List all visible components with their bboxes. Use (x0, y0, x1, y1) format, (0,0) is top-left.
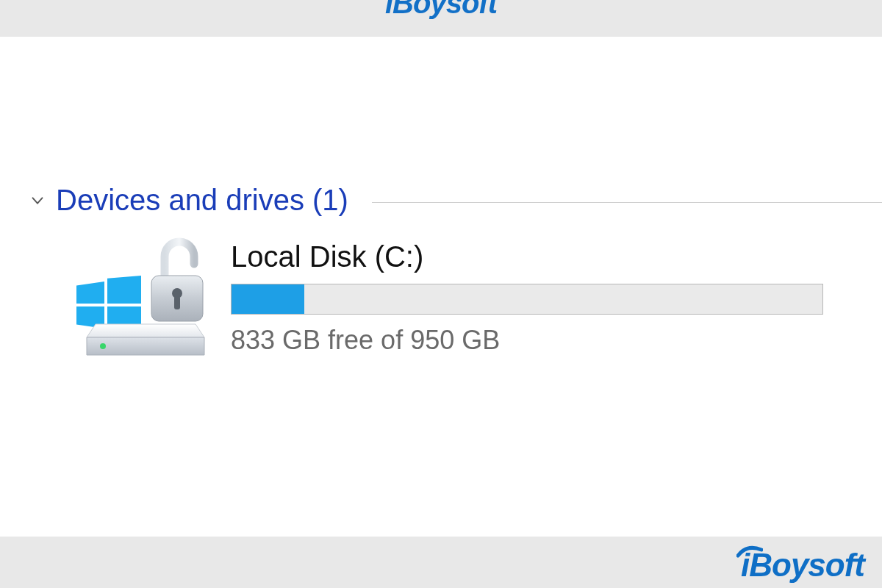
drive-name-label: Local Disk (C:) (231, 240, 823, 273)
section-header-devices-and-drives[interactable]: Devices and drives (1) (29, 184, 882, 217)
capacity-free-text: 833 GB free of 950 GB (231, 325, 823, 356)
drive-icon (75, 240, 215, 365)
brand-watermark: iBoysoft (741, 547, 864, 584)
hard-drive-icon (85, 323, 206, 359)
drive-info: Local Disk (C:) 833 GB free of 950 GB (231, 240, 882, 356)
unlocked-padlock-icon (146, 234, 209, 330)
explorer-this-pc-panel: Devices and drives (1) (0, 37, 882, 537)
section-title: Devices and drives (1) (56, 184, 348, 217)
svg-marker-3 (87, 324, 204, 337)
chevron-down-icon[interactable] (29, 193, 46, 209)
capacity-bar-fill (232, 284, 304, 314)
brand-swoosh-icon (736, 545, 763, 559)
brand-logo-text: iBoysoft (741, 547, 864, 584)
brand-logo-top-fragment: iBoysoft (385, 0, 497, 20)
top-banner: iBoysoft (0, 0, 882, 22)
capacity-bar (231, 284, 823, 315)
svg-rect-2 (174, 296, 180, 309)
drive-item-local-disk-c[interactable]: Local Disk (C:) 833 GB free of 950 GB (75, 240, 882, 365)
section-divider (372, 202, 882, 203)
svg-point-5 (100, 343, 106, 349)
